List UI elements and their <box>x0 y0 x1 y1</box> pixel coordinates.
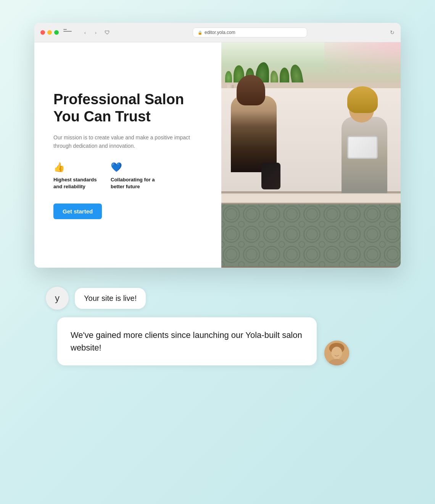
get-started-button[interactable]: Get started <box>53 204 102 219</box>
user-avatar-image <box>324 341 349 365</box>
thumbsup-icon: 👍 <box>53 162 99 173</box>
laptop <box>347 136 378 159</box>
counter-pattern <box>221 203 401 268</box>
sidebar-toggle-icon[interactable] <box>63 29 72 36</box>
notification-text: Your site is live! <box>84 294 137 302</box>
maximize-button[interactable] <box>54 30 59 35</box>
traffic-lights <box>40 30 59 35</box>
heart-icon: 💙 <box>111 162 156 173</box>
person-worker <box>340 86 393 197</box>
svg-point-10 <box>332 347 342 359</box>
notification-bubble: Your site is live! <box>75 288 146 309</box>
customer-body <box>231 96 277 172</box>
browser-nav: ‹ › <box>81 28 100 37</box>
salon-image-placeholder <box>221 42 401 268</box>
forward-button[interactable]: › <box>92 28 100 37</box>
browser-toolbar: ‹ › 🛡 🔒 editor.yola.com ↻ <box>34 23 401 42</box>
feature-collaborating-label: Collaborating for a better future <box>111 176 156 190</box>
customer-hair <box>237 75 265 105</box>
shield-icon: 🛡 <box>105 29 110 36</box>
worker-hair <box>347 86 378 113</box>
person-customer <box>231 75 280 197</box>
hero-salon-image <box>221 42 401 268</box>
hero-title: Professional Salon You Can Trust <box>53 91 202 126</box>
yola-avatar-letter: y <box>55 293 60 304</box>
laptop-screen <box>348 137 377 158</box>
lock-icon: 🔒 <box>198 31 202 35</box>
customer-bag <box>261 163 280 189</box>
feature-standards-label: Highest standards and reliability <box>53 176 99 190</box>
testimonial-row: We've gained more clients since launchin… <box>46 317 389 365</box>
hero-left-panel: Professional Salon You Can Trust Our mis… <box>34 42 221 268</box>
browser-window: ‹ › 🛡 🔒 editor.yola.com ↻ Professional S… <box>34 23 401 268</box>
chat-section: y Your site is live! We've gained more c… <box>34 271 401 377</box>
testimonial-bubble: We've gained more clients since launchin… <box>57 317 317 365</box>
counter <box>221 193 401 268</box>
minimize-button[interactable] <box>47 30 52 35</box>
close-button[interactable] <box>40 30 45 35</box>
svg-rect-7 <box>221 204 401 266</box>
hero-subtitle: Our mission is to create value and make … <box>53 133 202 150</box>
chat-notification-row: y Your site is live! <box>46 287 389 310</box>
feature-collaborating: 💙 Collaborating for a better future <box>111 162 156 190</box>
url-bar[interactable]: 🔒 editor.yola.com <box>193 27 307 37</box>
testimonial-text: We've gained more clients since launchin… <box>71 330 302 352</box>
yola-avatar: y <box>46 287 69 310</box>
back-button[interactable]: ‹ <box>81 28 89 37</box>
feature-standards: 👍 Highest standards and reliability <box>53 162 99 190</box>
user-avatar <box>324 341 349 365</box>
browser-content: Professional Salon You Can Trust Our mis… <box>34 42 401 268</box>
features-row: 👍 Highest standards and reliability 💙 Co… <box>53 162 202 190</box>
url-text: editor.yola.com <box>205 30 235 35</box>
refresh-button[interactable]: ↻ <box>390 29 395 36</box>
